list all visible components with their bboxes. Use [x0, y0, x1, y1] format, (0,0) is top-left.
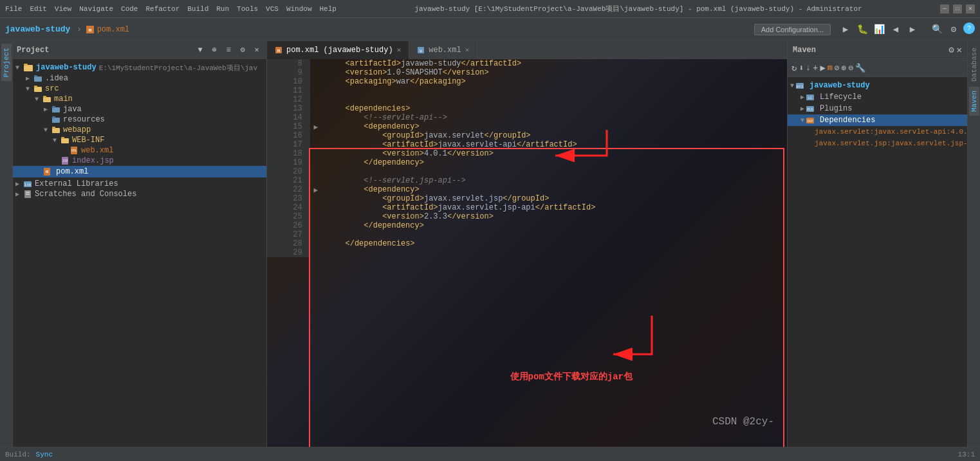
tree-item-scratches[interactable]: ▶ Scratches and Consoles [13, 189, 266, 199]
vcs-menu[interactable]: VCS [266, 5, 279, 13]
file-menu[interactable]: File [5, 5, 22, 13]
webinf-folder-icon [60, 136, 69, 145]
maven-settings2-btn[interactable]: 🔧 [855, 63, 865, 73]
tree-item-java[interactable]: ▶ java [13, 104, 266, 114]
window-menu[interactable]: Window [286, 5, 312, 13]
tree-item-webapp[interactable]: ▼ webapp [13, 125, 266, 135]
add-configuration-button[interactable]: Add Configuration... [754, 24, 831, 35]
line-number-9: 9 [267, 68, 310, 77]
maven-collapse-btn[interactable]: ⊖ [848, 63, 853, 73]
database-tab-vertical[interactable]: Database [969, 44, 979, 86]
run-menu[interactable]: Run [216, 5, 229, 13]
svg-rect-11 [52, 106, 55, 108]
toolbar-run-icon[interactable]: ▶ [838, 23, 853, 37]
toolbar-debug-icon[interactable]: 🐛 [855, 23, 869, 37]
tree-label-pomxml: pom.xml [54, 167, 90, 177]
toolbar-profile-icon[interactable]: 📊 [872, 23, 886, 37]
tree-item-main[interactable]: ▼ main [13, 94, 266, 104]
annotation-text: 使用pom文件下载对应的jar包 [510, 371, 633, 383]
line-content-28: </dependencies> [322, 239, 787, 248]
view-menu[interactable]: View [55, 5, 71, 13]
code-table: 8 <artifactId>javaweb-study</artifactId>… [267, 59, 787, 257]
navigate-menu[interactable]: Navigate [79, 5, 113, 13]
sidebar-settings[interactable]: ⚙ [237, 44, 248, 56]
sidebar-toolbar-dropdown[interactable]: ▼ [194, 44, 206, 56]
edit-menu[interactable]: Edit [30, 5, 46, 13]
maven-m-btn[interactable]: m [827, 63, 833, 73]
svg-text:XML: XML [71, 149, 77, 153]
tree-label-javaweb-study: javaweb-study [36, 63, 97, 72]
line-content-19: </dependency> [322, 158, 787, 167]
tree-item-webxml[interactable]: XML web.xml [13, 145, 266, 156]
tab-web-close[interactable]: ✕ [465, 46, 470, 54]
sync-label[interactable]: Sync [36, 451, 53, 458]
maven-skip-btn[interactable]: ⊘ [835, 63, 840, 73]
tree-item-webinf[interactable]: ▼ WEB-INF [13, 135, 266, 145]
build-menu[interactable]: Build [187, 5, 208, 13]
project-tab-vertical[interactable]: Project [1, 44, 12, 81]
maven-settings-icon[interactable]: ⚙ [948, 44, 954, 55]
help-menu[interactable]: Help [320, 5, 337, 13]
code-line-14: 14 <!--servlet-api--> [267, 113, 787, 122]
sidebar-collapse-all[interactable]: ≡ [223, 44, 234, 56]
code-line-28: 28 </dependencies> [267, 239, 787, 248]
maven-reload-btn[interactable]: ↻ [791, 62, 797, 73]
window-controls[interactable]: — ☐ ✕ [940, 5, 975, 14]
tree-path-hint: E:\1MyStudentProject\a-JavaWeb项目\jav [99, 63, 257, 73]
maven-add-btn[interactable]: + [813, 63, 818, 73]
maven-arrow-dependencies: ▼ [800, 117, 804, 124]
toolbar-row: javaweb-study › m pom.xml Add Configurat… [0, 18, 980, 41]
tab-pom-xml[interactable]: m pom.xml (javaweb-study) ✕ [267, 41, 409, 59]
refactor-menu[interactable]: Refactor [145, 5, 180, 13]
maximize-button[interactable]: ☐ [953, 5, 962, 14]
code-editor[interactable]: 8 <artifactId>javaweb-study</artifactId>… [267, 59, 787, 447]
tree-item-ext-libs[interactable]: ▶ lib External Libraries [13, 179, 266, 189]
close-button[interactable]: ✕ [966, 5, 975, 14]
tree-item-resources[interactable]: resources [13, 114, 266, 125]
maven-tree-root[interactable]: ▼ prj javaweb-study [788, 80, 967, 91]
search-everywhere-icon[interactable]: 🔍 [930, 23, 944, 37]
webapp-folder-icon [51, 125, 60, 134]
svg-text:JSP: JSP [62, 159, 68, 163]
maven-download-btn[interactable]: ⬇ [799, 63, 804, 73]
line-content-21: <!--servlet.jsp-api--> [322, 176, 787, 185]
svg-rect-12 [52, 118, 60, 123]
maven-tab-vertical[interactable]: Maven [969, 87, 979, 116]
tools-menu[interactable]: Tools [237, 5, 258, 13]
code-menu[interactable]: Code [121, 5, 138, 13]
idea-folder-icon [33, 74, 42, 83]
maven-tree-dep1[interactable]: jar javax.servlet:javax.servlet-api:4.0.… [788, 126, 967, 138]
line-content-11 [322, 86, 787, 95]
maven-panel-title: Maven [793, 46, 946, 55]
code-line-16: 16 <groupId>javax.servlet</groupId> [267, 131, 787, 140]
maven-tree-dependencies[interactable]: ▼ DEP Dependencies [788, 114, 967, 126]
sidebar-close[interactable]: ✕ [251, 44, 263, 56]
tree-item-indexjsp[interactable]: JSP index.jsp [13, 156, 266, 166]
tab-web-xml[interactable]: W web.xml ✕ [409, 41, 477, 59]
maven-arrow-lifecycle: ▶ [800, 93, 804, 101]
tree-item-pomxml[interactable]: m pom.xml [13, 166, 266, 177]
maven-arrow-plugins: ▶ [800, 105, 804, 113]
tab-pom-close[interactable]: ✕ [397, 46, 402, 54]
tree-item-javaweb-study[interactable]: ▼ javaweb-study E:\1MyStudentProject\a-J… [13, 62, 266, 73]
svg-text:lib: lib [24, 183, 32, 187]
toolbar-back-icon[interactable]: ◀ [889, 23, 903, 37]
tree-label-src: src [45, 84, 59, 93]
gutter-13 [310, 104, 322, 113]
gutter-9 [310, 68, 322, 77]
title-bar: File Edit View Navigate Code Refactor Bu… [0, 0, 980, 18]
help-icon[interactable]: ? [963, 23, 975, 34]
tree-item-idea[interactable]: ▶ .idea [13, 73, 266, 84]
maven-close-icon[interactable]: ✕ [957, 44, 962, 55]
settings-icon[interactable]: ⚙ [947, 23, 961, 37]
maven-tree-lifecycle[interactable]: ▶ LC Lifecycle [788, 91, 967, 103]
sidebar-scroll-to-file[interactable]: ⊕ [208, 44, 220, 56]
maven-tree-plugins[interactable]: ▶ PLG Plugins [788, 103, 967, 114]
maven-import-btn[interactable]: ↓ [806, 63, 811, 73]
tree-item-src[interactable]: ▼ src [13, 84, 266, 94]
minimize-button[interactable]: — [940, 5, 949, 14]
toolbar-forward-icon[interactable]: ▶ [905, 23, 920, 37]
maven-run-btn[interactable]: ▶ [820, 62, 825, 73]
maven-tree-dep2[interactable]: jar javax.servlet.jsp:javax.servlet.jsp-… [788, 138, 967, 149]
maven-expand-btn[interactable]: ⊕ [842, 63, 847, 73]
